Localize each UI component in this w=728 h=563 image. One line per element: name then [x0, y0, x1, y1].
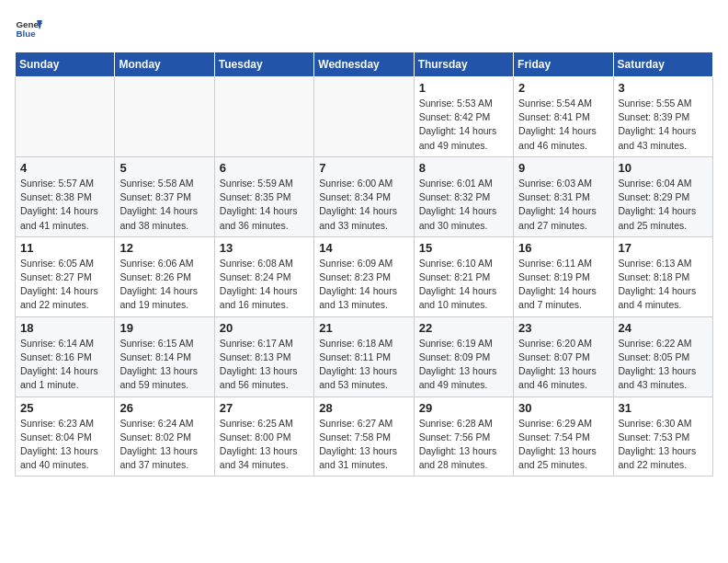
calendar-cell: 28Sunrise: 6:27 AM Sunset: 7:58 PM Dayli… [314, 396, 414, 477]
day-number: 31 [619, 401, 708, 415]
calendar-cell: 14Sunrise: 6:09 AM Sunset: 8:23 PM Dayli… [314, 236, 414, 316]
day-info: Sunrise: 6:11 AM Sunset: 8:19 PM Dayligh… [518, 257, 608, 313]
calendar-week-row: 25Sunrise: 6:23 AM Sunset: 8:04 PM Dayli… [16, 396, 713, 477]
calendar-header-row: SundayMondayTuesdayWednesdayThursdayFrid… [16, 52, 713, 77]
day-info: Sunrise: 6:04 AM Sunset: 8:29 PM Dayligh… [619, 177, 708, 233]
day-number: 13 [220, 241, 309, 255]
calendar-cell: 24Sunrise: 6:22 AM Sunset: 8:05 PM Dayli… [613, 316, 712, 396]
header: General Blue [15, 15, 713, 42]
day-number: 3 [619, 81, 708, 95]
day-info: Sunrise: 5:59 AM Sunset: 8:35 PM Dayligh… [220, 177, 309, 233]
calendar-cell: 19Sunrise: 6:15 AM Sunset: 8:14 PM Dayli… [115, 316, 214, 396]
calendar-cell: 4Sunrise: 5:57 AM Sunset: 8:38 PM Daylig… [16, 156, 115, 236]
day-info: Sunrise: 5:53 AM Sunset: 8:42 PM Dayligh… [419, 97, 508, 153]
calendar-cell: 31Sunrise: 6:30 AM Sunset: 7:53 PM Dayli… [613, 396, 712, 477]
calendar-cell: 27Sunrise: 6:25 AM Sunset: 8:00 PM Dayli… [214, 396, 313, 477]
calendar-cell: 1Sunrise: 5:53 AM Sunset: 8:42 PM Daylig… [414, 77, 513, 157]
logo: General Blue [15, 15, 42, 42]
calendar-cell: 3Sunrise: 5:55 AM Sunset: 8:39 PM Daylig… [613, 77, 712, 157]
day-number: 6 [220, 161, 309, 175]
calendar-cell: 30Sunrise: 6:29 AM Sunset: 7:54 PM Dayli… [514, 396, 613, 477]
calendar-cell: 7Sunrise: 6:00 AM Sunset: 8:34 PM Daylig… [314, 156, 414, 236]
day-number: 10 [619, 161, 708, 175]
day-info: Sunrise: 6:28 AM Sunset: 7:56 PM Dayligh… [419, 417, 508, 473]
calendar-cell: 12Sunrise: 6:06 AM Sunset: 8:26 PM Dayli… [115, 236, 214, 316]
calendar-cell: 26Sunrise: 6:24 AM Sunset: 8:02 PM Dayli… [115, 396, 214, 477]
col-header-sunday: Sunday [16, 52, 115, 77]
calendar-week-row: 1Sunrise: 5:53 AM Sunset: 8:42 PM Daylig… [16, 77, 713, 157]
day-info: Sunrise: 6:18 AM Sunset: 8:11 PM Dayligh… [319, 337, 408, 393]
day-number: 8 [419, 161, 508, 175]
day-info: Sunrise: 6:06 AM Sunset: 8:26 PM Dayligh… [119, 257, 209, 313]
calendar-week-row: 11Sunrise: 6:05 AM Sunset: 8:27 PM Dayli… [16, 236, 713, 316]
day-number: 1 [419, 81, 508, 95]
calendar-week-row: 18Sunrise: 6:14 AM Sunset: 8:16 PM Dayli… [16, 316, 713, 396]
day-number: 29 [419, 401, 508, 415]
day-info: Sunrise: 6:15 AM Sunset: 8:14 PM Dayligh… [119, 337, 209, 393]
day-number: 21 [319, 321, 408, 335]
calendar-cell: 10Sunrise: 6:04 AM Sunset: 8:29 PM Dayli… [613, 156, 712, 236]
day-number: 19 [119, 321, 209, 335]
calendar-cell: 9Sunrise: 6:03 AM Sunset: 8:31 PM Daylig… [514, 156, 613, 236]
calendar-table: SundayMondayTuesdayWednesdayThursdayFrid… [15, 52, 713, 477]
calendar-cell: 8Sunrise: 6:01 AM Sunset: 8:32 PM Daylig… [414, 156, 513, 236]
day-number: 17 [619, 241, 708, 255]
day-info: Sunrise: 6:30 AM Sunset: 7:53 PM Dayligh… [619, 417, 708, 473]
calendar-cell: 17Sunrise: 6:13 AM Sunset: 8:18 PM Dayli… [613, 236, 712, 316]
day-number: 4 [20, 161, 109, 175]
day-number: 16 [518, 241, 608, 255]
day-info: Sunrise: 6:05 AM Sunset: 8:27 PM Dayligh… [20, 257, 109, 313]
col-header-tuesday: Tuesday [214, 52, 313, 77]
day-number: 30 [518, 401, 608, 415]
day-number: 24 [619, 321, 708, 335]
col-header-thursday: Thursday [414, 52, 513, 77]
day-info: Sunrise: 6:19 AM Sunset: 8:09 PM Dayligh… [419, 337, 508, 393]
calendar-cell: 22Sunrise: 6:19 AM Sunset: 8:09 PM Dayli… [414, 316, 513, 396]
calendar-cell: 5Sunrise: 5:58 AM Sunset: 8:37 PM Daylig… [115, 156, 214, 236]
day-number: 11 [20, 241, 109, 255]
day-number: 25 [20, 401, 109, 415]
day-info: Sunrise: 6:09 AM Sunset: 8:23 PM Dayligh… [319, 257, 408, 313]
logo-icon: General Blue [15, 15, 42, 42]
calendar-cell: 23Sunrise: 6:20 AM Sunset: 8:07 PM Dayli… [514, 316, 613, 396]
day-info: Sunrise: 6:17 AM Sunset: 8:13 PM Dayligh… [220, 337, 309, 393]
day-info: Sunrise: 6:13 AM Sunset: 8:18 PM Dayligh… [619, 257, 708, 313]
day-number: 22 [419, 321, 508, 335]
day-info: Sunrise: 5:55 AM Sunset: 8:39 PM Dayligh… [619, 97, 708, 153]
calendar-cell [16, 77, 115, 157]
calendar-cell: 29Sunrise: 6:28 AM Sunset: 7:56 PM Dayli… [414, 396, 513, 477]
day-number: 5 [119, 161, 209, 175]
day-number: 15 [419, 241, 508, 255]
day-info: Sunrise: 5:57 AM Sunset: 8:38 PM Dayligh… [20, 177, 109, 233]
svg-text:Blue: Blue [17, 29, 37, 39]
day-number: 18 [20, 321, 109, 335]
col-header-monday: Monday [115, 52, 214, 77]
col-header-wednesday: Wednesday [314, 52, 414, 77]
day-info: Sunrise: 6:00 AM Sunset: 8:34 PM Dayligh… [319, 177, 408, 233]
day-number: 27 [220, 401, 309, 415]
col-header-friday: Friday [514, 52, 613, 77]
day-info: Sunrise: 6:10 AM Sunset: 8:21 PM Dayligh… [419, 257, 508, 313]
calendar-cell: 2Sunrise: 5:54 AM Sunset: 8:41 PM Daylig… [514, 77, 613, 157]
day-info: Sunrise: 6:25 AM Sunset: 8:00 PM Dayligh… [220, 417, 309, 473]
calendar-cell: 20Sunrise: 6:17 AM Sunset: 8:13 PM Dayli… [214, 316, 313, 396]
day-number: 23 [518, 321, 608, 335]
day-number: 2 [518, 81, 608, 95]
day-info: Sunrise: 6:20 AM Sunset: 8:07 PM Dayligh… [518, 337, 608, 393]
calendar-cell: 16Sunrise: 6:11 AM Sunset: 8:19 PM Dayli… [514, 236, 613, 316]
calendar-cell: 11Sunrise: 6:05 AM Sunset: 8:27 PM Dayli… [16, 236, 115, 316]
calendar-cell: 15Sunrise: 6:10 AM Sunset: 8:21 PM Dayli… [414, 236, 513, 316]
day-info: Sunrise: 6:24 AM Sunset: 8:02 PM Dayligh… [119, 417, 209, 473]
calendar-cell [314, 77, 414, 157]
day-number: 12 [119, 241, 209, 255]
day-info: Sunrise: 6:08 AM Sunset: 8:24 PM Dayligh… [220, 257, 309, 313]
calendar-cell [115, 77, 214, 157]
col-header-saturday: Saturday [613, 52, 712, 77]
day-info: Sunrise: 5:54 AM Sunset: 8:41 PM Dayligh… [518, 97, 608, 153]
calendar-cell: 6Sunrise: 5:59 AM Sunset: 8:35 PM Daylig… [214, 156, 313, 236]
calendar-week-row: 4Sunrise: 5:57 AM Sunset: 8:38 PM Daylig… [16, 156, 713, 236]
day-number: 9 [518, 161, 608, 175]
day-number: 26 [119, 401, 209, 415]
calendar-cell [214, 77, 313, 157]
day-info: Sunrise: 5:58 AM Sunset: 8:37 PM Dayligh… [119, 177, 209, 233]
